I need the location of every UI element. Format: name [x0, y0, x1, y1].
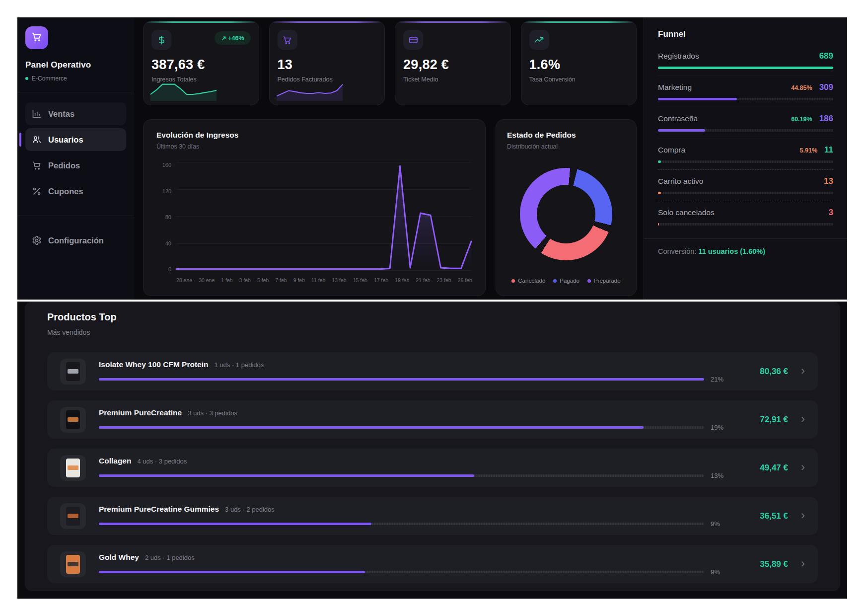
top-products-card: Productos Top Más vendidos Isolate Whey … — [25, 302, 840, 591]
y-axis-labels: 16012080400 — [156, 160, 171, 270]
app-subtitle: E-Commerce — [25, 75, 126, 82]
donut-hole — [537, 185, 595, 243]
credit-card-icon — [403, 30, 423, 50]
accent-line — [521, 21, 637, 23]
dollar-icon — [151, 30, 171, 50]
kpi-value: 13 — [278, 57, 377, 73]
product-share: 19% — [711, 424, 728, 431]
percent-icon — [32, 186, 42, 196]
kpi-label: Tasa Conversión — [529, 76, 629, 83]
app-title: Panel Operativo — [25, 60, 126, 70]
product-share: 21% — [711, 376, 728, 383]
chevron-right-icon[interactable]: › — [801, 413, 805, 425]
product-meta: 1 uds · 1 pedidos — [215, 361, 264, 369]
product-row-purecreatine[interactable]: Premium PureCreatine 3 uds · 3 pedidos 1… — [47, 400, 818, 439]
sidebar-divider — [17, 92, 134, 92]
users-icon — [32, 135, 42, 145]
main-content: ↗ +46% 387,63 € Ingresos Totales 13 Pedi… — [134, 17, 644, 300]
order-status-donut-card: Estado de Pedidos Distribución actual Ca… — [496, 119, 637, 296]
funnel-bar — [658, 98, 833, 100]
funnel-conversion-summary: Conversión: 11 usuarios (1.60%) — [644, 238, 847, 264]
kpi-card-ingresos: ↗ +46% 387,63 € Ingresos Totales — [143, 21, 259, 105]
bar-chart-icon — [32, 109, 42, 119]
product-row-purecreatine-gummies[interactable]: Premium PureCreatine Gummies 3 uds · 2 p… — [47, 497, 818, 535]
donut-legend: Cancelado Pagado Preparado — [507, 278, 625, 285]
products-subtitle: Más vendidos — [47, 328, 818, 336]
product-image — [60, 551, 86, 577]
product-row-gold-whey[interactable]: Gold Whey 2 uds · 1 pedidos 9% 35,89 € › — [47, 545, 818, 583]
dashboard-page: Panel Operativo E-Commerce Ventas — [0, 0, 868, 616]
kpi-card-conversion: 1.6% Tasa Conversión — [521, 21, 637, 105]
product-bar — [99, 426, 704, 429]
sidebar-item-usuarios[interactable]: Usuarios — [25, 128, 126, 151]
chart-subtitle: Distribución actual — [507, 143, 625, 150]
donut-chart — [520, 168, 612, 260]
legend-item-preparado[interactable]: Preparado — [587, 278, 621, 284]
products-list: Isolate Whey 100 CFM Protein 1 uds · 1 p… — [47, 352, 818, 583]
product-share: 9% — [711, 520, 728, 528]
plot-area — [176, 162, 471, 270]
sidebar-item-cupones[interactable]: Cupones — [25, 180, 126, 203]
funnel-bar — [658, 129, 833, 132]
product-row-collagen[interactable]: Collagen 4 uds · 3 pedidos 13% 49,47 € › — [47, 449, 818, 487]
product-meta: 3 uds · 2 pedidos — [225, 506, 275, 513]
product-meta: 3 uds · 3 pedidos — [188, 409, 237, 417]
product-name: Premium PureCreatine — [99, 408, 182, 417]
sidebar-nav: Ventas Usuarios Pedidos — [25, 102, 126, 252]
cart-logo-icon — [31, 31, 42, 44]
kpi-value: 1.6% — [529, 57, 629, 73]
funnel-item-carrito-activo: Carrito activo 13 — [658, 176, 833, 201]
legend-item-cancelado[interactable]: Cancelado — [511, 278, 545, 284]
sparkline — [150, 81, 217, 101]
active-indicator — [19, 133, 21, 147]
product-revenue: 35,89 € — [736, 559, 788, 569]
cart-icon — [32, 160, 42, 170]
accent-line — [395, 21, 510, 23]
funnel-item-compra: Compra 5.91% 11 — [658, 145, 833, 170]
chevron-right-icon[interactable]: › — [801, 461, 805, 473]
sidebar-item-ventas[interactable]: Ventas — [25, 102, 126, 125]
product-revenue: 36,51 € — [736, 511, 788, 521]
legend-item-pagado[interactable]: Pagado — [553, 278, 579, 284]
chevron-right-icon[interactable]: › — [801, 557, 805, 569]
kpi-value: 29,82 € — [403, 57, 503, 73]
product-share: 13% — [711, 472, 728, 479]
legend-dot — [587, 279, 591, 283]
products-title: Productos Top — [47, 311, 818, 323]
funnel-item-marketing: Marketing 44.85% 309 — [658, 82, 833, 107]
kpi-label: Ticket Medio — [403, 76, 503, 83]
app-logo — [25, 26, 48, 49]
legend-dot — [511, 279, 515, 283]
x-axis-labels: 28 ene30 ene1 feb3 feb5 feb7 feb9 feb11 … — [176, 277, 472, 283]
chevron-right-icon[interactable]: › — [801, 509, 805, 521]
product-meta: 2 uds · 1 pedidos — [145, 554, 195, 561]
revenue-line-chart-card: Evolución de Ingresos Últimos 30 días 16… — [143, 119, 486, 296]
sidebar-item-pedidos[interactable]: Pedidos — [25, 154, 126, 177]
funnel-item-solo-cancelados: Solo cancelados 3 — [658, 208, 833, 232]
product-share: 9% — [711, 568, 728, 576]
product-name: Isolate Whey 100 CFM Protein — [99, 360, 209, 369]
funnel-bar — [658, 160, 833, 163]
product-bar — [99, 378, 704, 381]
sparkline — [277, 81, 343, 101]
legend-dot — [553, 279, 557, 283]
chevron-right-icon[interactable]: › — [801, 365, 805, 377]
status-dot — [25, 77, 28, 80]
product-name: Gold Whey — [99, 553, 139, 562]
kpi-card-ticket: 29,82 € Ticket Medio — [395, 21, 511, 105]
product-row-isolate-whey[interactable]: Isolate Whey 100 CFM Protein 1 uds · 1 p… — [47, 352, 818, 390]
line-chart: 16012080400 — [156, 160, 472, 283]
accent-line — [144, 21, 259, 23]
product-name: Collagen — [99, 457, 131, 465]
funnel-panel: Funnel Registrados 689 Marketing 44.85% … — [644, 17, 847, 300]
sidebar-item-configuracion[interactable]: Configuración — [25, 229, 126, 252]
trending-up-icon — [529, 30, 549, 50]
product-name: Premium PureCreatine Gummies — [99, 505, 219, 514]
product-revenue: 80,36 € — [736, 367, 788, 377]
dashboard-bottom: Productos Top Más vendidos Isolate Whey … — [17, 302, 847, 599]
trend-badge: ↗ +46% — [215, 31, 250, 45]
chart-subtitle: Últimos 30 días — [156, 143, 472, 150]
product-bar — [99, 474, 704, 477]
dashboard-top: Panel Operativo E-Commerce Ventas — [17, 17, 847, 300]
accent-line — [270, 21, 385, 23]
